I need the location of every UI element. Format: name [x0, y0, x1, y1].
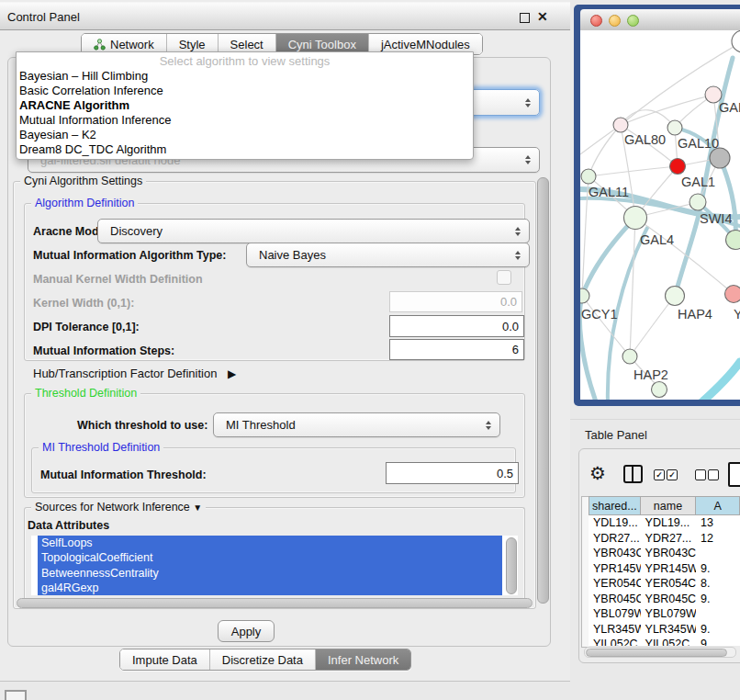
table-row[interactable]: YDL19...YDL19...13	[589, 515, 740, 531]
tab-impute-data-label: Impute Data	[132, 653, 197, 667]
network-node[interactable]	[622, 349, 637, 364]
minimized-panel-icon[interactable]	[5, 690, 27, 700]
network-edge[interactable]	[630, 218, 635, 356]
network-node[interactable]	[624, 207, 647, 230]
network-edge[interactable]	[589, 125, 621, 176]
tab-discretize-data[interactable]: Discretize Data	[210, 649, 316, 670]
attribute-list-item[interactable]: BetweennessCentrality	[38, 566, 502, 581]
network-node[interactable]	[732, 30, 740, 52]
control-panel-titlebar[interactable]: Control Panel ✕	[0, 2, 570, 30]
expanded-arrow-icon[interactable]: ▼	[193, 502, 202, 513]
mi-algorithm-type-label: Mutual Information Algorithm Type:	[33, 249, 226, 262]
table-cell: YDL19...	[641, 515, 696, 531]
network-view-canvas[interactable]: GALGAL80GAL10GAL1GAL11SWI4GAL4GCY1HAP4YH…	[580, 30, 740, 400]
manual-kernel-width-label: Manual Kernel Width Definition	[33, 273, 203, 286]
network-edge[interactable]	[589, 166, 678, 176]
show-columns-icon[interactable]	[623, 465, 643, 483]
settings-vertical-scrollbar[interactable]	[537, 177, 549, 604]
manual-kernel-width-checkbox[interactable]	[497, 270, 511, 285]
network-node[interactable]	[725, 286, 740, 303]
attribute-list-item[interactable]: TopologicalCoefficient	[38, 550, 502, 565]
tab-select-label: Select	[230, 38, 263, 51]
control-panel-window: Control Panel ✕ Network Style Select Cyn…	[0, 0, 570, 682]
mi-algorithm-type-combo[interactable]: Naive Bayes	[246, 243, 530, 267]
table-horizontal-scrollbar[interactable]	[584, 647, 736, 658]
table-cell: YPR145W	[641, 561, 696, 577]
algorithm-option[interactable]: Dream8 DC_TDC Algorithm	[17, 142, 473, 157]
network-edge[interactable]	[700, 362, 740, 400]
table-cell: YDR27...	[641, 531, 696, 547]
table-row[interactable]: YBR043CYBR043C	[589, 546, 740, 561]
mi-steps-input[interactable]: 6	[389, 339, 524, 360]
algorithm-option[interactable]: ARACNE Algorithm	[17, 98, 473, 113]
kernel-width-input[interactable]: 0.0	[389, 291, 522, 312]
table-row[interactable]: YIL052CYIL052C9	[589, 637, 740, 646]
deselect-all-checkbox-icon[interactable]	[695, 469, 706, 480]
table-column-header[interactable]: A	[696, 496, 740, 515]
network-node[interactable]	[670, 159, 686, 175]
network-node[interactable]	[580, 288, 589, 303]
network-node-label: GCY1	[581, 307, 618, 322]
close-icon[interactable]: ✕	[537, 9, 548, 24]
network-node[interactable]	[666, 287, 685, 306]
table-cell	[696, 546, 740, 561]
network-edge[interactable]	[582, 296, 630, 356]
table-settings-gear-icon[interactable]: ⚙	[589, 463, 606, 483]
network-window-titlebar[interactable]	[580, 9, 740, 31]
mi-threshold-input[interactable]: 0.5	[386, 462, 519, 484]
table-row[interactable]: YBL079WYBL079W	[589, 606, 740, 622]
sources-group-title[interactable]: Sources for Network Inference ▼	[31, 501, 206, 514]
network-node[interactable]	[710, 148, 730, 168]
float-window-icon[interactable]	[520, 13, 530, 23]
network-node[interactable]	[613, 118, 628, 132]
network-edge[interactable]	[630, 296, 675, 356]
tab-infer-network[interactable]: Infer Network	[316, 649, 410, 670]
node-attribute-table[interactable]: shared...nameA YDL19...YDL19...13YDR27..…	[589, 496, 740, 646]
algorithm-option[interactable]: Mutual Information Inference	[17, 113, 473, 128]
network-graph: GALGAL80GAL10GAL1GAL11SWI4GAL4GCY1HAP4YH…	[580, 30, 740, 400]
algorithm-dropdown-popup: Select algorithm to view settings Bayesi…	[16, 51, 474, 160]
network-node[interactable]	[726, 231, 740, 250]
network-node[interactable]	[667, 120, 682, 135]
table-cell: 9.	[696, 561, 740, 577]
attribute-list-item[interactable]: gal4RGexp	[38, 581, 502, 595]
table-row[interactable]: YLR345WYLR345W9.	[589, 622, 740, 638]
close-traffic-light-icon[interactable]	[590, 15, 602, 27]
dpi-tolerance-input[interactable]: 0.0	[389, 315, 524, 337]
algorithm-definition-title: Algorithm Definition	[31, 197, 138, 209]
tab-impute-data[interactable]: Impute Data	[120, 649, 210, 670]
table-column-header[interactable]: shared...	[589, 496, 641, 515]
select-all-checkbox-icon[interactable]: ✓	[667, 469, 678, 480]
table-cell: YBR043C	[641, 546, 696, 561]
zoom-traffic-light-icon[interactable]	[627, 15, 639, 27]
network-node[interactable]	[652, 382, 667, 398]
table-header-row: shared...nameA	[589, 496, 740, 515]
table-row[interactable]: YER054CYER054C8.	[589, 576, 740, 592]
network-node[interactable]	[581, 169, 596, 184]
attributes-list-scrollbar[interactable]	[506, 537, 517, 594]
table-row[interactable]: YBR045CYBR045C9.	[589, 592, 740, 607]
minimize-traffic-light-icon[interactable]	[609, 15, 621, 27]
algorithm-option[interactable]: Basic Correlation Inference	[17, 84, 473, 98]
table-column-header[interactable]: name	[641, 496, 696, 515]
aracne-mode-combo[interactable]: Discovery	[97, 219, 530, 243]
algorithm-option[interactable]: Bayesian – K2	[17, 128, 473, 142]
apply-button[interactable]: Apply	[218, 620, 275, 642]
network-node[interactable]	[690, 194, 706, 210]
hub-definition-section[interactable]: Hub/Transcription Factor Definition ▶	[33, 367, 236, 380]
table-hscroll-thumb[interactable]	[586, 649, 727, 657]
deselect-all-checkbox-icon[interactable]	[708, 469, 719, 480]
table-row[interactable]: YDR27...YDR27...12	[589, 531, 740, 547]
which-threshold-label: Which threshold to use:	[77, 419, 207, 432]
select-all-checkbox-icon[interactable]: ✓	[654, 469, 665, 480]
which-threshold-combo[interactable]: MI Threshold	[213, 412, 500, 437]
settings-horizontal-scrollbar[interactable]	[17, 598, 533, 608]
attribute-list-item[interactable]: SelfLoops	[38, 536, 502, 550]
export-table-icon[interactable]	[728, 462, 740, 487]
algorithm-option[interactable]: Bayesian – Hill Climbing	[17, 69, 473, 84]
collapsed-arrow-icon[interactable]: ▶	[228, 367, 236, 380]
data-attributes-list[interactable]: SelfLoopsTopologicalCoefficientBetweenne…	[31, 536, 518, 595]
network-edge[interactable]	[621, 95, 713, 125]
table-cell: YDR27...	[589, 531, 641, 547]
table-row[interactable]: YPR145WYPR145W9.	[589, 561, 740, 577]
